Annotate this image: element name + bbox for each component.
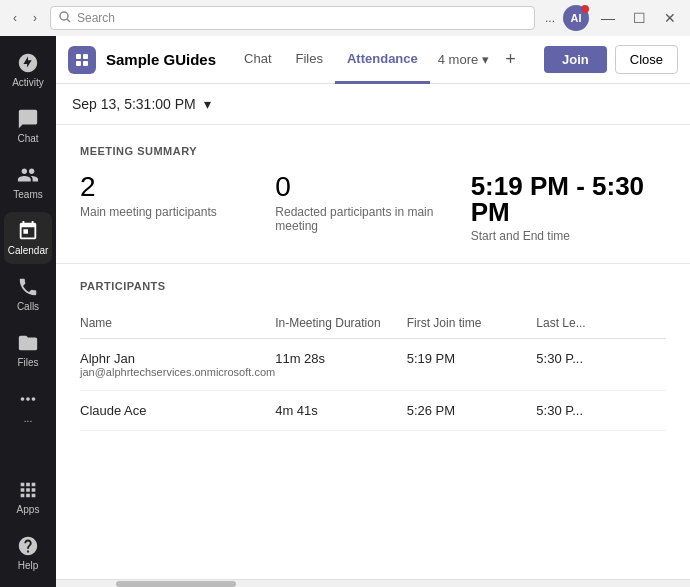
participant-duration-1: 4m 41s: [275, 391, 406, 431]
col-name-header: Name: [80, 308, 275, 339]
svg-rect-2: [76, 54, 81, 59]
join-button[interactable]: Join: [544, 46, 607, 73]
table-header-row: Name In-Meeting Duration First Join time…: [80, 308, 666, 339]
chevron-down-icon: ▾: [204, 96, 211, 112]
nav-controls: ‹ ›: [8, 11, 42, 25]
sidebar-item-apps[interactable]: Apps: [4, 471, 52, 523]
title-bar: ‹ › Search ... AI — ☐ ✕: [0, 0, 690, 36]
sidebar: Activity Chat Teams Calendar Calls Files: [0, 36, 56, 587]
sidebar-item-files[interactable]: Files: [4, 324, 52, 376]
col-duration-header: In-Meeting Duration: [275, 308, 406, 339]
stat-participants-label: Main meeting participants: [80, 205, 275, 219]
main-content: MEETING SUMMARY 2 Main meeting participa…: [56, 125, 690, 579]
participant-fullname-0: Alphr Jan: [80, 351, 275, 366]
participant-lastleave-0: 5:30 P...: [536, 339, 666, 391]
app-layout: Activity Chat Teams Calendar Calls Files: [0, 36, 690, 587]
close-tab-button[interactable]: Close: [615, 45, 678, 74]
meeting-summary-section: MEETING SUMMARY 2 Main meeting participa…: [56, 125, 690, 264]
participant-row-0: Alphr Jan jan@alphrtechservices.onmicros…: [80, 339, 666, 391]
stat-redacted-number: 0: [275, 173, 470, 201]
participant-name-1: Claude Ace: [80, 391, 275, 431]
tab-attendance[interactable]: Attendance: [335, 36, 430, 84]
summary-stats: 2 Main meeting participants 0 Redacted p…: [80, 173, 666, 243]
search-placeholder: Search: [77, 11, 115, 25]
svg-line-1: [67, 19, 70, 22]
sidebar-item-chat-label: Chat: [17, 133, 38, 144]
sidebar-item-files-label: Files: [17, 357, 38, 368]
tab-add-button[interactable]: +: [497, 36, 524, 84]
channel-name: Sample GUides: [106, 51, 216, 68]
stat-participants-number: 2: [80, 173, 275, 201]
tab-files[interactable]: Files: [284, 36, 335, 84]
more-options-button[interactable]: ...: [543, 11, 557, 25]
stat-participants: 2 Main meeting participants: [80, 173, 275, 219]
sidebar-item-activity[interactable]: Activity: [4, 44, 52, 96]
tab-attendance-label: Attendance: [347, 51, 418, 66]
participants-table: Name In-Meeting Duration First Join time…: [80, 308, 666, 431]
participant-name-0: Alphr Jan jan@alphrtechservices.onmicros…: [80, 339, 275, 391]
title-bar-right: ... AI — ☐ ✕: [543, 5, 682, 31]
maximize-button[interactable]: ☐: [627, 8, 652, 28]
participant-fullname-1: Claude Ace: [80, 403, 275, 418]
sidebar-item-chat[interactable]: Chat: [4, 100, 52, 152]
participant-firstjoin-1: 5:26 PM: [407, 391, 537, 431]
participants-title: PARTICIPANTS: [80, 280, 666, 292]
svg-point-0: [60, 12, 68, 20]
participants-section: PARTICIPANTS Name In-Meeting Duration Fi…: [56, 264, 690, 447]
sidebar-item-activity-label: Activity: [12, 77, 44, 88]
minimize-button[interactable]: —: [595, 8, 621, 28]
add-icon: +: [505, 49, 516, 70]
col-first-join-header: First Join time: [407, 308, 537, 339]
sidebar-item-calendar-label: Calendar: [8, 245, 49, 256]
tab-bar: Sample GUides Chat Files Attendance 4 mo…: [56, 36, 690, 84]
stat-redacted: 0 Redacted participants in main meeting: [275, 173, 470, 233]
sidebar-item-teams-label: Teams: [13, 189, 42, 200]
participant-lastleave-1: 5:30 P...: [536, 391, 666, 431]
sidebar-bottom: Apps Help: [4, 471, 52, 579]
scrollbar-thumb[interactable]: [116, 581, 236, 587]
participant-firstjoin-0: 5:19 PM: [407, 339, 537, 391]
stat-time-number: 5:19 PM - 5:30 PM: [471, 173, 666, 225]
sidebar-item-calls[interactable]: Calls: [4, 268, 52, 320]
search-icon: [59, 11, 71, 26]
date-text: Sep 13, 5:31:00 PM: [72, 96, 196, 112]
stat-time: 5:19 PM - 5:30 PM Start and End time: [471, 173, 666, 243]
svg-rect-4: [76, 61, 81, 66]
participant-email-0: jan@alphrtechservices.onmicrosoft.com: [80, 366, 275, 378]
sidebar-item-apps-label: Apps: [17, 504, 40, 515]
chevron-down-icon: ▾: [482, 52, 489, 67]
sidebar-item-more-label: ...: [24, 413, 32, 424]
stat-time-label: Start and End time: [471, 229, 666, 243]
tab-bar-actions: Join Close: [544, 45, 678, 74]
stat-redacted-label: Redacted participants in main meeting: [275, 205, 470, 233]
svg-rect-5: [83, 61, 88, 66]
sidebar-item-help-label: Help: [18, 560, 39, 571]
content-area: Sample GUides Chat Files Attendance 4 mo…: [56, 36, 690, 587]
sidebar-item-calendar[interactable]: Calendar: [4, 212, 52, 264]
avatar-initials: AI: [571, 12, 582, 24]
sidebar-item-teams[interactable]: Teams: [4, 156, 52, 208]
forward-button[interactable]: ›: [28, 11, 42, 25]
svg-rect-3: [83, 54, 88, 59]
sidebar-item-more[interactable]: ...: [4, 380, 52, 432]
back-button[interactable]: ‹: [8, 11, 22, 25]
tab-files-label: Files: [296, 51, 323, 66]
col-last-leave-header: Last Le...: [536, 308, 666, 339]
avatar-status-dot: [581, 5, 589, 13]
participant-duration-0: 11m 28s: [275, 339, 406, 391]
window-close-button[interactable]: ✕: [658, 8, 682, 28]
tab-chat-label: Chat: [244, 51, 271, 66]
tab-chat[interactable]: Chat: [232, 36, 283, 84]
tab-more-label: 4 more: [438, 52, 478, 67]
participant-row-1: Claude Ace 4m 41s 5:26 PM 5:30 P...: [80, 391, 666, 431]
tab-more-button[interactable]: 4 more ▾: [430, 36, 497, 84]
avatar: AI: [563, 5, 589, 31]
search-bar[interactable]: Search: [50, 6, 535, 30]
date-header[interactable]: Sep 13, 5:31:00 PM ▾: [56, 84, 690, 125]
sidebar-item-calls-label: Calls: [17, 301, 39, 312]
channel-icon: [68, 46, 96, 74]
sidebar-item-help[interactable]: Help: [4, 527, 52, 579]
horizontal-scrollbar[interactable]: [56, 579, 690, 587]
meeting-summary-title: MEETING SUMMARY: [80, 145, 666, 157]
